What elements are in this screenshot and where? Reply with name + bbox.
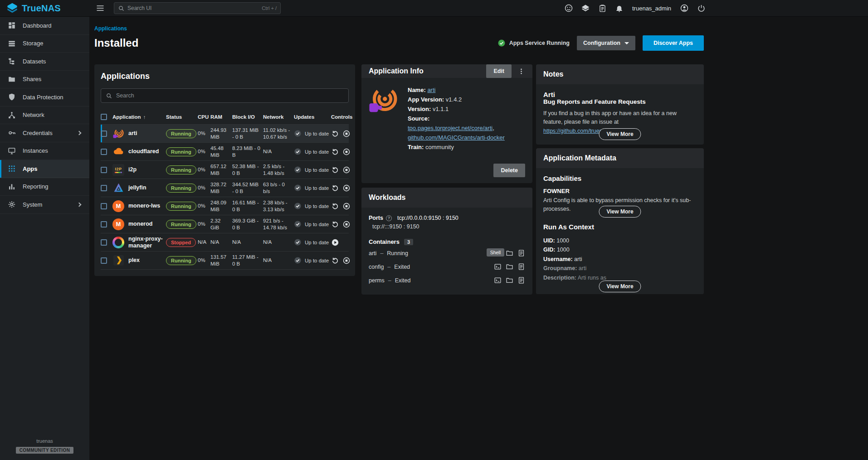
block-io-value: 16.61 MiB - 0 B bbox=[232, 199, 263, 213]
app-row-monero-lws[interactable]: monero-lws Running 0% 248.09 MiB 16.61 M… bbox=[101, 197, 349, 215]
container-logs-icon[interactable] bbox=[517, 276, 525, 284]
edit-button[interactable]: Edit bbox=[486, 64, 512, 78]
sidebar-item-system[interactable]: System bbox=[0, 196, 89, 214]
search-shortcut-hint: Ctrl + / bbox=[262, 5, 277, 11]
chevron-right-icon bbox=[77, 131, 82, 135]
global-search-input[interactable] bbox=[127, 5, 259, 11]
metadata-view-more-button[interactable]: View More bbox=[599, 281, 641, 292]
row-checkbox[interactable] bbox=[101, 167, 107, 173]
app-row-arti[interactable]: arti Running 0% 244.93 MiB 137.31 MiB - … bbox=[101, 125, 349, 143]
apps-search-input[interactable] bbox=[116, 92, 344, 99]
restart-button[interactable] bbox=[331, 202, 339, 210]
applications-card: Applications Application Status CPU RAM … bbox=[94, 64, 355, 276]
row-checkbox[interactable] bbox=[101, 203, 107, 209]
arti-app-icon bbox=[112, 128, 124, 140]
app-name: jellyfin bbox=[128, 184, 148, 191]
container-shell-icon[interactable] bbox=[494, 276, 502, 284]
shell-tooltip: Shell bbox=[487, 248, 504, 257]
row-checkbox[interactable] bbox=[101, 221, 107, 228]
restart-button[interactable] bbox=[331, 257, 339, 265]
app-row-i2p[interactable]: i2p Running 0% 657.12 MiB 52.38 MiB - 0 … bbox=[101, 161, 349, 179]
container-volumes-icon[interactable] bbox=[506, 249, 513, 257]
help-icon[interactable] bbox=[386, 215, 392, 221]
app-row-monerod[interactable]: monerod Running 0% 2.32 GiB 369.3 GiB - … bbox=[101, 215, 349, 233]
source-link-github[interactable]: github.com/MAGICGrants/arti-docker bbox=[408, 134, 505, 141]
menu-toggle-icon[interactable] bbox=[96, 4, 105, 13]
monerod-app-icon bbox=[112, 218, 124, 230]
applications-section-title: Applications bbox=[101, 72, 349, 81]
app-row-cloudflared[interactable]: cloudflared Running 0% 45.48 MiB 8.23 Mi… bbox=[101, 143, 349, 161]
app-row-jellyfin[interactable]: jellyfin Running 0% 328.72 MiB 344.52 Mi… bbox=[101, 179, 349, 197]
capabilities-view-more-button[interactable]: View More bbox=[599, 206, 641, 218]
restart-button[interactable] bbox=[331, 220, 339, 228]
gear-icon bbox=[7, 200, 16, 209]
jobs-stack-icon[interactable] bbox=[581, 4, 590, 13]
notifications-bell-icon[interactable] bbox=[614, 4, 624, 13]
storage-icon bbox=[7, 39, 16, 48]
sidebar-item-datasets[interactable]: Datasets bbox=[0, 53, 89, 71]
stop-button[interactable] bbox=[342, 202, 351, 210]
search-icon bbox=[106, 92, 112, 99]
apps-search[interactable] bbox=[101, 88, 349, 103]
delete-button[interactable]: Delete bbox=[493, 164, 525, 177]
sidebar-item-storage[interactable]: Storage bbox=[0, 35, 89, 53]
discover-apps-button[interactable]: Discover Apps bbox=[643, 35, 704, 51]
train-label: Train: bbox=[408, 144, 424, 150]
stop-button[interactable] bbox=[342, 220, 351, 228]
configuration-button[interactable]: Configuration bbox=[577, 36, 635, 50]
row-checkbox[interactable] bbox=[101, 149, 107, 155]
app-row-plex[interactable]: plex Running 0% 131.57 MiB 11.27 MiB - 0… bbox=[101, 252, 349, 270]
source-link-torproject[interactable]: tpo.pages.torproject.net/core/arti bbox=[408, 125, 493, 131]
sidebar-item-reporting[interactable]: Reporting bbox=[0, 178, 89, 196]
row-checkbox[interactable] bbox=[101, 131, 107, 137]
ports-label: Ports bbox=[369, 214, 383, 223]
column-ram: RAM bbox=[210, 114, 232, 120]
kebab-menu-icon[interactable] bbox=[517, 66, 525, 76]
container-logs-icon[interactable] bbox=[517, 249, 525, 257]
sidebar-item-data-protection[interactable]: Data Protection bbox=[0, 88, 89, 107]
stop-button[interactable] bbox=[342, 130, 351, 138]
column-application[interactable]: Application bbox=[112, 114, 166, 120]
sidebar-item-network[interactable]: Network bbox=[0, 107, 89, 125]
app-name-link[interactable]: arti bbox=[427, 87, 435, 93]
sidebar-item-instances[interactable]: Instances bbox=[0, 142, 89, 160]
restart-button[interactable] bbox=[331, 148, 339, 156]
stop-button[interactable] bbox=[342, 257, 351, 265]
sidebar-item-apps[interactable]: Apps bbox=[0, 160, 89, 178]
container-volumes-icon[interactable] bbox=[506, 276, 513, 284]
sidebar-item-shares[interactable]: Shares bbox=[0, 71, 89, 89]
workloads-card: Workloads Portstcp://0.0.0.0:9150 : 9150… bbox=[361, 188, 532, 295]
restart-button[interactable] bbox=[331, 184, 339, 192]
truenas-logo[interactable]: TrueNAS bbox=[0, 2, 89, 14]
power-icon[interactable] bbox=[697, 4, 706, 13]
breadcrumb-applications[interactable]: Applications bbox=[94, 25, 127, 32]
app-row-nginx-proxy-manager[interactable]: nginx-proxy-manager Stopped N/A N/A N/A … bbox=[101, 233, 349, 252]
feedback-icon[interactable] bbox=[564, 4, 573, 13]
sidebar-item-dashboard[interactable]: Dashboard bbox=[0, 17, 89, 35]
user-avatar-icon[interactable] bbox=[680, 4, 689, 13]
notes-view-more-button[interactable]: View More bbox=[599, 128, 641, 140]
brand-name: TrueNAS bbox=[22, 3, 61, 14]
stop-button[interactable] bbox=[342, 166, 351, 174]
global-search[interactable]: Ctrl + / bbox=[114, 2, 281, 14]
restart-button[interactable] bbox=[331, 130, 339, 138]
container-shell-icon[interactable] bbox=[494, 263, 502, 271]
row-checkbox[interactable] bbox=[101, 239, 107, 246]
select-all-checkbox[interactable] bbox=[101, 114, 107, 120]
stop-button[interactable] bbox=[342, 148, 351, 156]
restart-button[interactable] bbox=[331, 166, 339, 174]
container-logs-icon[interactable] bbox=[517, 263, 525, 271]
container-volumes-icon[interactable] bbox=[506, 263, 513, 271]
row-checkbox[interactable] bbox=[101, 257, 107, 264]
dash: – bbox=[380, 250, 383, 257]
row-checkbox[interactable] bbox=[101, 185, 107, 191]
status-badge: Running bbox=[166, 220, 196, 229]
start-button[interactable] bbox=[331, 238, 339, 247]
app-version-label: App Version: bbox=[408, 96, 444, 103]
checklist-icon[interactable] bbox=[598, 4, 607, 13]
application-info-title: Application Info bbox=[369, 67, 424, 75]
bar-chart-icon bbox=[7, 182, 16, 191]
stop-button[interactable] bbox=[342, 184, 351, 192]
folder-icon bbox=[7, 75, 16, 84]
sidebar-item-credentials[interactable]: Credentials bbox=[0, 124, 89, 142]
